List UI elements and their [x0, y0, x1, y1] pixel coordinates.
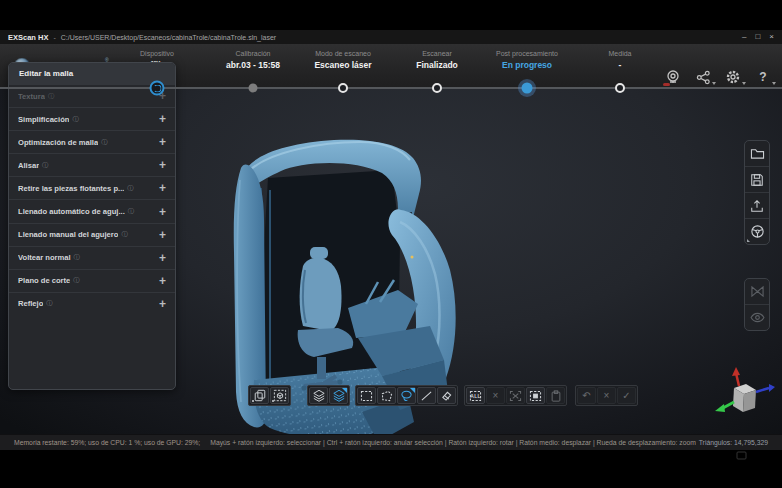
- rect-select-button[interactable]: [357, 387, 376, 404]
- sync-icon: [154, 85, 162, 93]
- selection-toolbar: ALL ×: [248, 385, 638, 406]
- tool-llenado-manual[interactable]: Llenado manual del agujero ⓘ +: [9, 223, 175, 246]
- edit-mesh-panel: Editar la malla Textura ⓘ + Simplificaci…: [8, 62, 176, 390]
- paste-selection-button[interactable]: [546, 387, 565, 404]
- copy-selection-button[interactable]: [250, 387, 269, 404]
- selection-tools-group: [355, 385, 458, 406]
- brush-tool-button[interactable]: [437, 387, 456, 404]
- workflow-dot-modo-escaneo[interactable]: [338, 83, 348, 93]
- device-alert-badge: [663, 83, 670, 86]
- undo-button[interactable]: ↶: [577, 387, 596, 404]
- statusbar: Memoria restante: 59%; uso de CPU: 1 %; …: [0, 434, 782, 450]
- workflow-dot-medida[interactable]: [615, 83, 625, 93]
- view-toolbar: [744, 278, 770, 331]
- tool-simplificacion[interactable]: Simplificación ⓘ +: [9, 107, 175, 130]
- confirm-group: ↶ × ✓: [575, 385, 638, 406]
- copy-pages-icon: [253, 389, 267, 402]
- gear-icon: [725, 69, 741, 85]
- tool-alisar[interactable]: Alisar ⓘ +: [9, 153, 175, 176]
- workflow-dot-dispositivo[interactable]: [150, 81, 165, 96]
- invert-selection-button[interactable]: [526, 387, 545, 404]
- fit-view-button[interactable]: [270, 387, 289, 404]
- info-icon: ⓘ: [74, 253, 80, 262]
- mesh-display-button[interactable]: [745, 279, 769, 304]
- save-button[interactable]: [745, 166, 769, 192]
- step-medida[interactable]: Medida -: [565, 50, 675, 70]
- expand-selection-button[interactable]: [506, 387, 525, 404]
- workflow-dot-calibracion[interactable]: [249, 84, 258, 93]
- tool-voltear-normal[interactable]: Voltear normal ⓘ +: [9, 246, 175, 269]
- invert-selection-icon: [529, 390, 542, 402]
- help-button[interactable]: ?: [754, 68, 772, 86]
- undo-arrow-icon: ↶: [582, 391, 590, 401]
- expand-plus-icon[interactable]: +: [159, 253, 166, 263]
- active-corner-badge: [342, 388, 347, 393]
- workflow-dot-post-procesamiento[interactable]: [522, 83, 533, 94]
- frame-cube-icon: [273, 389, 287, 402]
- eye-icon: [750, 312, 765, 323]
- tool-llenado-automatico[interactable]: Llenado automático de aguj... ⓘ +: [9, 199, 175, 222]
- line-tool-icon: [420, 390, 433, 402]
- minimize-button[interactable]: –: [742, 30, 746, 44]
- option-dot: [252, 400, 254, 402]
- show-all-layers-button[interactable]: [309, 387, 328, 404]
- visibility-button[interactable]: [745, 304, 769, 330]
- tool-reflejo[interactable]: Reflejo ⓘ +: [9, 292, 175, 315]
- polygon-select-button[interactable]: [377, 387, 396, 404]
- line-tool-button[interactable]: [417, 387, 436, 404]
- selection-ops-group: ALL ×: [464, 385, 567, 406]
- app-window: EXScan HX - C:/Users/USER/Desktop/Escane…: [0, 30, 782, 450]
- select-all-button[interactable]: ALL: [466, 387, 485, 404]
- share-icon: [696, 70, 711, 85]
- expand-plus-icon[interactable]: +: [159, 160, 166, 170]
- maximize-button[interactable]: □: [755, 30, 760, 44]
- lasso-select-button[interactable]: [397, 387, 416, 404]
- cancel-x-icon: ×: [604, 391, 610, 401]
- third-party-button[interactable]: [745, 218, 769, 244]
- chevron-down-icon: [772, 82, 776, 85]
- tool-plano-de-corte[interactable]: Plano de corte ⓘ +: [9, 269, 175, 292]
- info-icon: ⓘ: [42, 161, 48, 170]
- device-status-button[interactable]: [664, 68, 682, 86]
- info-icon: ⓘ: [128, 207, 134, 216]
- cancel-button[interactable]: ×: [597, 387, 616, 404]
- expand-plus-icon[interactable]: +: [159, 207, 166, 217]
- orientation-gizmo[interactable]: [712, 366, 776, 426]
- expand-arrows-icon: [509, 390, 522, 402]
- expand-plus-icon[interactable]: +: [159, 183, 166, 193]
- wireframe-mesh-icon: [750, 285, 765, 298]
- active-layer-button[interactable]: [329, 387, 348, 404]
- workflow-dot-escanear[interactable]: [432, 83, 442, 93]
- share-button[interactable]: [694, 68, 712, 86]
- triangle-count: Triángulos: 14,795,329: [699, 439, 768, 446]
- settings-button[interactable]: [724, 68, 742, 86]
- chevron-down-icon: [712, 82, 716, 85]
- confirm-check-icon: ✓: [622, 391, 630, 401]
- expand-plus-icon[interactable]: +: [159, 114, 166, 124]
- close-button[interactable]: ×: [769, 30, 774, 44]
- polygon-select-icon: [380, 390, 393, 402]
- folder-icon: [750, 147, 765, 160]
- expand-plus-icon[interactable]: +: [159, 276, 166, 286]
- tool-optimizacion-malla[interactable]: Optimización de malla ⓘ +: [9, 130, 175, 153]
- info-icon: ⓘ: [72, 115, 78, 124]
- save-floppy-icon: [750, 173, 764, 187]
- file-path: C:/Users/USER/Desktop/Escaneos/cabinaTro…: [61, 34, 276, 41]
- deselect-button[interactable]: ×: [486, 387, 505, 404]
- expand-plus-icon[interactable]: +: [159, 137, 166, 147]
- tool-retirar-piezas-flotantes[interactable]: Retire las piezas flotantes p... ⓘ +: [9, 176, 175, 199]
- deselect-x-icon: ×: [493, 391, 499, 401]
- app-title: EXScan HX: [8, 33, 48, 42]
- system-stats: Memoria restante: 59%; uso de CPU: 1 %; …: [14, 439, 200, 446]
- info-icon: ⓘ: [121, 230, 127, 239]
- mouse-hints: Mayús + ratón izquierdo: seleccionar | C…: [210, 439, 696, 446]
- open-project-button[interactable]: [745, 141, 769, 166]
- workflow-track: [0, 87, 782, 89]
- expand-plus-icon[interactable]: +: [159, 299, 166, 309]
- info-icon: ⓘ: [101, 138, 107, 147]
- export-button[interactable]: [745, 192, 769, 218]
- confirm-button[interactable]: ✓: [617, 387, 636, 404]
- clipboard-icon: [550, 390, 562, 402]
- expand-plus-icon[interactable]: +: [159, 230, 166, 240]
- clipboard-group: [248, 385, 291, 406]
